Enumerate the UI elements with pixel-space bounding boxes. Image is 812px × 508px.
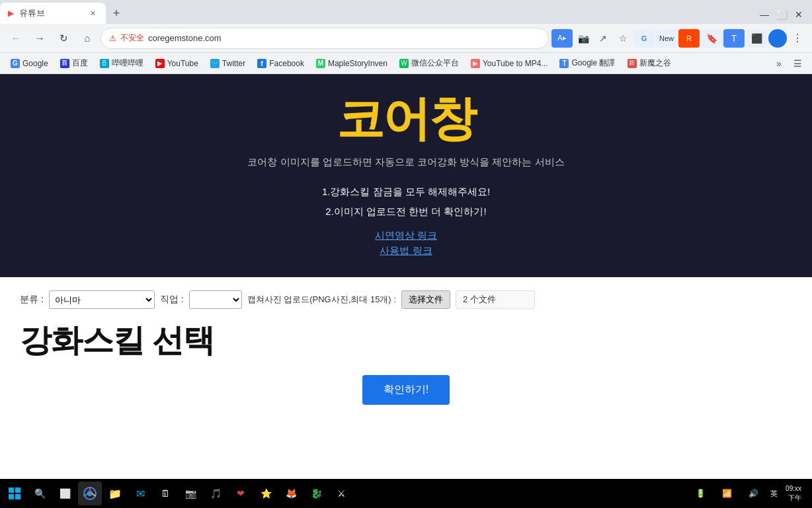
taskbar: 🔍 ⬜ 📁 ✉ 🗓 📷 🎵 ❤ ⭐ 🦊 🐉 ⚔ 🔋 📶 🔊 英 09:xx 下午: [0, 479, 812, 508]
category-select[interactable]: 아니마 아르카나 소울 기타: [49, 290, 155, 309]
close-button[interactable]: ✕: [791, 7, 807, 22]
back-button[interactable]: ←: [5, 28, 26, 49]
extension1-button[interactable]: G: [633, 29, 655, 48]
twitter-favicon: 🐦: [210, 59, 220, 68]
bookmark-google-label: Google: [22, 59, 48, 68]
chrome-icon: [83, 487, 97, 500]
minimize-button[interactable]: —: [756, 7, 772, 22]
translate-button[interactable]: A▸: [551, 29, 573, 48]
bookmark-twitter-label: Twitter: [222, 59, 245, 68]
new-tab-button[interactable]: +: [106, 3, 127, 24]
profile-button[interactable]: 👤: [768, 29, 787, 48]
battery-icon[interactable]: 🔋: [688, 482, 712, 505]
taskbar-app5[interactable]: 🎵: [204, 482, 227, 505]
nav-actions: A▸ 📷 ↗ ☆ G New R 🔖 T ⬛ 👤 ⋮: [551, 29, 807, 48]
upload-label: 캡쳐사진 업로드(PNG사진,최대 15개) :: [247, 294, 396, 306]
demo-video-link[interactable]: 시연영상 링크: [375, 230, 437, 242]
confirm-button[interactable]: 확인하기!: [362, 375, 450, 405]
start-button[interactable]: [3, 482, 26, 505]
bookmark-weixin-label: 微信公众平台: [411, 58, 459, 69]
bookmarks-more-button[interactable]: »: [771, 56, 787, 71]
bookmark-button[interactable]: ☆: [614, 29, 632, 48]
svg-rect-0: [9, 487, 14, 493]
network-icon[interactable]: 📶: [715, 482, 739, 505]
bookmark-baidu[interactable]: 百 百度: [55, 56, 93, 71]
bookmark-facebook[interactable]: f Facebook: [252, 56, 309, 71]
taskbar-app2[interactable]: ✉: [128, 482, 152, 505]
form-row: 분류 : 아니마 아르카나 소울 기타 직업 : 전사 마법사 궁수 도적 해적…: [20, 290, 792, 309]
bilibili-favicon: B: [100, 59, 109, 68]
svg-rect-1: [15, 487, 20, 493]
forward-button[interactable]: →: [29, 28, 50, 49]
bookmark-maplestory[interactable]: M MapleStoryInven: [311, 56, 393, 71]
taskbar-app3[interactable]: 🗓: [153, 482, 177, 505]
taskbar-app8[interactable]: 🦊: [279, 482, 303, 505]
google-favicon: G: [11, 59, 20, 68]
bookmark-youtube[interactable]: ▶ YouTube: [150, 56, 204, 71]
tab-favicon: ▶: [8, 9, 14, 18]
extension2-button[interactable]: New: [656, 29, 677, 48]
bookmark-weixin[interactable]: W 微信公众平台: [394, 56, 464, 71]
youtube-favicon: ▶: [155, 59, 165, 68]
address-bar[interactable]: ⚠ 不安全 coregemstone.com: [101, 28, 549, 49]
hero-instructions: 1.강화스킬 잠금을 모두 해제해주세요! 2.이미지 업로드전 한번 더 확인…: [322, 182, 490, 222]
search-button[interactable]: 🔍: [28, 482, 52, 505]
job-label: 직업 :: [160, 294, 184, 306]
share-button[interactable]: ↗: [594, 29, 612, 48]
active-tab[interactable]: ▶ 유튜브 ✕: [0, 3, 106, 24]
hero-title: 코어창: [337, 87, 475, 151]
navigation-bar: ← → ↻ ⌂ ⚠ 不安全 coregemstone.com A▸ 📷 ↗ ☆ …: [0, 24, 812, 53]
usage-guide-link[interactable]: 사용법 링크: [380, 245, 432, 257]
refresh-button[interactable]: ↻: [53, 28, 74, 49]
baidu-favicon: 百: [60, 59, 69, 68]
bookmark-bilibili-label: 哔哩哔哩: [112, 58, 143, 69]
maplestory-favicon: M: [316, 59, 325, 68]
weixin-favicon: W: [399, 59, 409, 68]
hero-subtitle: 코어창 이미지를 업로드하면 자동으로 코어강화 방식을 제안하는 서비스: [247, 156, 564, 169]
extension6-button[interactable]: ⬛: [746, 29, 767, 48]
window-controls: — ⬜ ✕: [756, 7, 812, 24]
screenshot-button[interactable]: 📷: [574, 29, 592, 48]
taskbar-app1[interactable]: 📁: [103, 482, 127, 505]
extension4-button[interactable]: 🔖: [701, 29, 722, 48]
bookmark-twitter[interactable]: 🐦 Twitter: [205, 56, 251, 71]
bookmarks-bar: G Google 百 百度 B 哔哩哔哩 ▶ YouTube 🐦 Twitter…: [0, 53, 812, 74]
taskbar-app6[interactable]: ❤: [229, 482, 253, 505]
taskbar-app7[interactable]: ⭐: [254, 482, 278, 505]
bookmark-youtube-label: YouTube: [167, 59, 198, 68]
job-select[interactable]: 전사 마법사 궁수 도적 해적: [189, 290, 242, 309]
taskbar-app9[interactable]: 🐉: [304, 482, 328, 505]
task-view-button[interactable]: ⬜: [53, 482, 77, 505]
volume-icon[interactable]: 🔊: [741, 482, 765, 505]
form-section: 분류 : 아니마 아르카나 소울 기타 직업 : 전사 마법사 궁수 도적 해적…: [0, 277, 812, 508]
security-icon: ⚠: [109, 34, 116, 43]
bookmark-xinmo[interactable]: 新 新魔之谷: [622, 56, 676, 71]
xinmo-favicon: 新: [628, 59, 637, 68]
maximize-button[interactable]: ⬜: [774, 7, 790, 22]
ime-indicator[interactable]: 英: [768, 489, 780, 499]
facebook-favicon: f: [257, 59, 266, 68]
bookmark-bilibili[interactable]: B 哔哩哔哩: [95, 56, 149, 71]
bookmark-google-translate[interactable]: T Google 翻譯: [554, 56, 620, 71]
menu-button[interactable]: ⋮: [788, 29, 807, 48]
extension3-button[interactable]: R: [678, 29, 700, 48]
chrome-taskbar[interactable]: [78, 482, 102, 505]
tab-close-button[interactable]: ✕: [87, 8, 98, 19]
taskbar-app4[interactable]: 📷: [179, 482, 202, 505]
bookmark-yt2mp4[interactable]: ▶ YouTube to MP4...: [466, 56, 553, 71]
bookmark-baidu-label: 百度: [72, 58, 88, 69]
google-translate-favicon: T: [559, 59, 569, 68]
bookmarks-menu-button[interactable]: ☰: [788, 56, 807, 71]
page-content: 코어창 코어창 이미지를 업로드하면 자동으로 코어강화 방식을 제안하는 서비…: [0, 74, 812, 508]
extension5-button[interactable]: T: [723, 29, 745, 48]
home-button[interactable]: ⌂: [77, 28, 98, 49]
file-upload-button[interactable]: 选择文件: [401, 290, 450, 309]
tab-bar: ▶ 유튜브 ✕ + — ⬜ ✕: [0, 0, 812, 24]
bookmark-google[interactable]: G Google: [5, 56, 54, 71]
svg-rect-3: [15, 494, 20, 499]
bookmark-google-translate-label: Google 翻譯: [571, 58, 615, 69]
browser-frame: ▶ 유튜브 ✕ + — ⬜ ✕ ← → ↻ ⌂ ⚠ 不安全 coregemsto…: [0, 0, 812, 508]
taskbar-app10[interactable]: ⚔: [329, 482, 353, 505]
svg-point-5: [87, 491, 93, 496]
svg-rect-2: [9, 494, 14, 499]
